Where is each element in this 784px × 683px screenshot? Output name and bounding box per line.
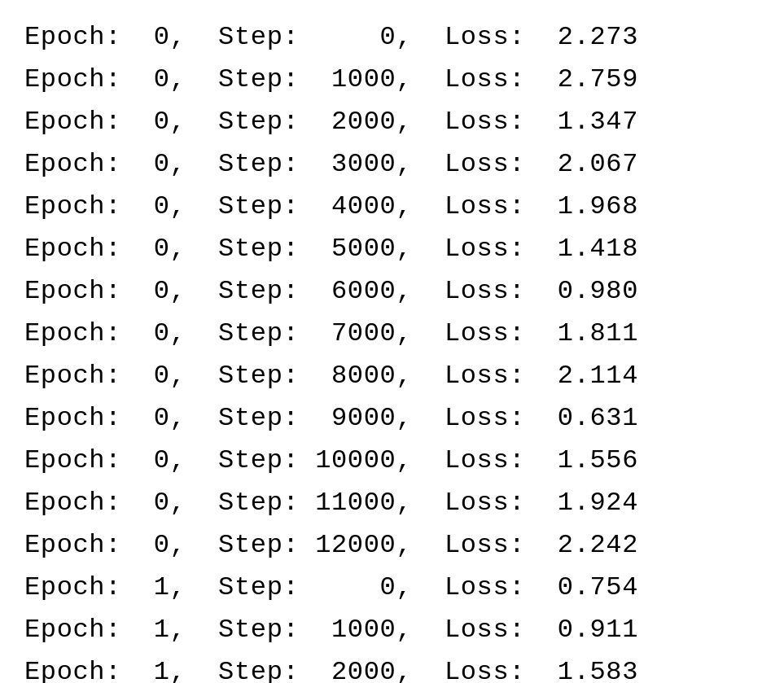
log-line: Epoch: 0, Step: 4000, Loss: 1.968: [24, 186, 760, 228]
log-line: Epoch: 0, Step: 8000, Loss: 2.114: [24, 355, 760, 397]
log-line: Epoch: 0, Step: 2000, Loss: 1.347: [24, 101, 760, 143]
log-line: Epoch: 0, Step: 10000, Loss: 1.556: [24, 440, 760, 482]
log-line: Epoch: 0, Step: 6000, Loss: 0.980: [24, 270, 760, 313]
log-line: Epoch: 1, Step: 1000, Loss: 0.911: [24, 609, 760, 651]
log-line: Epoch: 0, Step: 5000, Loss: 1.418: [24, 228, 760, 270]
log-line: Epoch: 1, Step: 0, Loss: 0.754: [24, 567, 760, 609]
log-line: Epoch: 0, Step: 7000, Loss: 1.811: [24, 313, 760, 355]
log-line: Epoch: 0, Step: 11000, Loss: 1.924: [24, 482, 760, 524]
log-line: Epoch: 0, Step: 9000, Loss: 0.631: [24, 397, 760, 440]
log-line: Epoch: 0, Step: 1000, Loss: 2.759: [24, 59, 760, 101]
log-line: Epoch: 0, Step: 3000, Loss: 2.067: [24, 143, 760, 186]
log-line: Epoch: 1, Step: 2000, Loss: 1.583: [24, 651, 760, 683]
log-line: Epoch: 0, Step: 0, Loss: 2.273: [24, 16, 760, 59]
log-container: Epoch: 0, Step: 0, Loss: 2.273Epoch: 0, …: [24, 16, 760, 683]
log-line: Epoch: 0, Step: 12000, Loss: 2.242: [24, 524, 760, 567]
